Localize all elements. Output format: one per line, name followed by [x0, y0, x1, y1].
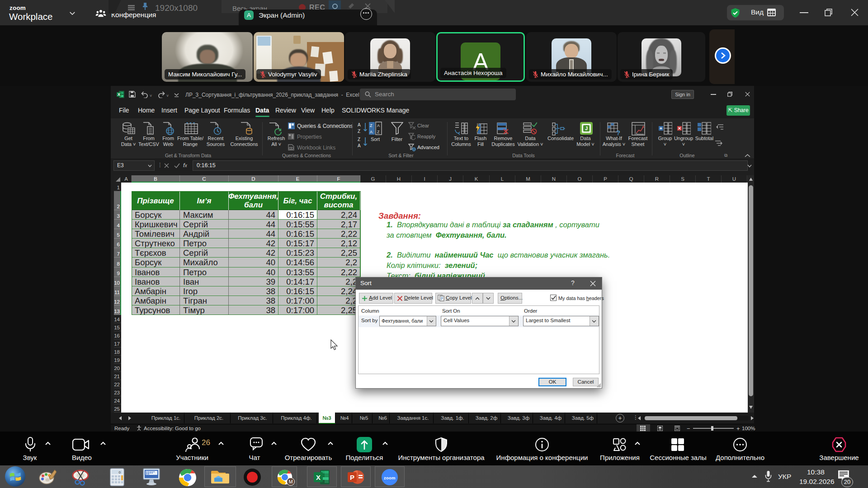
svg-text:A: A — [358, 143, 361, 148]
svg-text:A: A — [358, 122, 361, 127]
svg-text:A: A — [370, 130, 373, 134]
svg-text:J: J — [585, 126, 588, 131]
svg-text:X: X — [118, 92, 120, 97]
svg-text:X: X — [316, 474, 321, 481]
svg-text:A: A — [377, 123, 380, 128]
svg-text:?: ? — [616, 129, 620, 136]
svg-text:Z: Z — [377, 130, 380, 134]
svg-text:P: P — [350, 474, 354, 481]
svg-text:Z: Z — [358, 137, 360, 142]
svg-text:0: 0 — [119, 470, 121, 474]
svg-text:Z: Z — [370, 123, 373, 128]
svg-text:Z: Z — [358, 129, 360, 134]
